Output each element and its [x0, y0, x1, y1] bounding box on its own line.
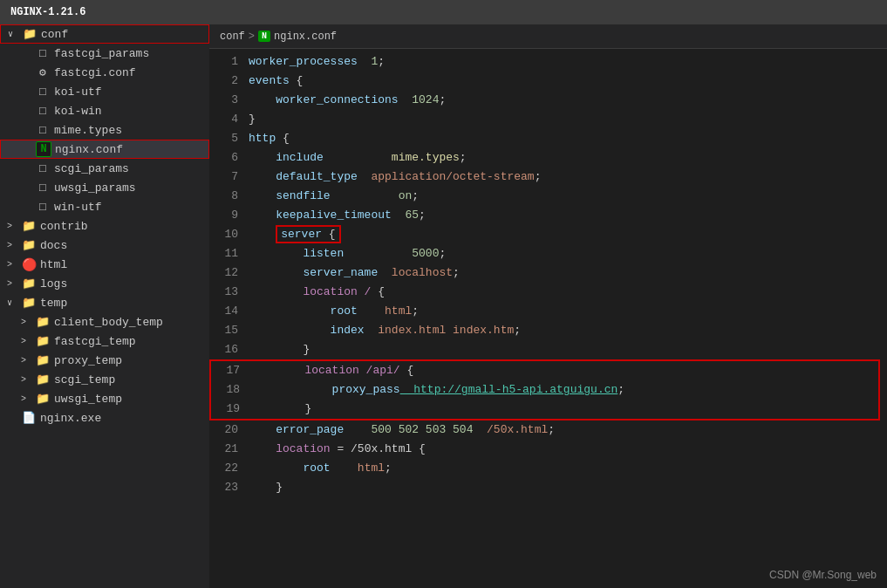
- tree-label: fastcgi_temp: [54, 335, 136, 348]
- tree-icon: □: [35, 122, 51, 138]
- tree-label: contrib: [40, 220, 88, 233]
- sidebar-item-uwsgi-temp[interactable]: >📁uwsgi_temp: [0, 389, 209, 408]
- line-content: sendfile on;: [249, 187, 887, 206]
- sidebar-item-uwsgi-params[interactable]: □uwsgi_params: [0, 178, 209, 197]
- line-number: 11: [209, 244, 249, 263]
- sidebar-item-client-body-temp[interactable]: >📁client_body_temp: [0, 312, 209, 332]
- code-line-20: 20 error_page 500 502 503 504 /50x.html;: [209, 420, 887, 440]
- line-number: 8: [209, 187, 249, 206]
- code-line-18: 18 proxy_pass http://gmall-h5-api.atguig…: [211, 380, 878, 400]
- tree-icon: 📁: [21, 276, 37, 291]
- line-content: http {: [249, 129, 887, 148]
- line-number: 14: [209, 302, 249, 321]
- sidebar-item-mime-types[interactable]: □mime.types: [0, 120, 209, 140]
- line-number: 22: [209, 459, 249, 478]
- tree-arrow: >: [21, 375, 35, 385]
- line-content: location /api/ {: [250, 361, 878, 380]
- line-number: 18: [211, 380, 250, 400]
- sidebar-item-html[interactable]: >🔴html: [0, 255, 209, 274]
- code-line-16: 16 }: [209, 340, 887, 359]
- line-number: 7: [209, 168, 249, 187]
- line-content: error_page 500 502 503 504 /50x.html;: [249, 420, 887, 440]
- tree-label: uwsgi_temp: [54, 393, 122, 406]
- code-line-6: 6 include mime.types;: [209, 148, 887, 168]
- tree-arrow: >: [21, 318, 35, 327]
- code-line-13: 13 location / {: [209, 283, 887, 302]
- sidebar-item-scgi-temp[interactable]: >📁scgi_temp: [0, 370, 209, 389]
- sidebar-item-proxy-temp[interactable]: >📁proxy_temp: [0, 351, 209, 370]
- tree-label: uwsgi_params: [54, 181, 136, 195]
- tree-icon: 📁: [35, 352, 51, 368]
- line-number: 16: [209, 340, 249, 359]
- line-number: 21: [209, 440, 249, 459]
- tree-icon: □: [35, 84, 51, 99]
- tree-icon: 📁: [35, 391, 51, 407]
- sidebar-item-fastcgi-conf[interactable]: ⚙fastcgi.conf: [0, 63, 209, 82]
- sidebar-item-docs[interactable]: >📁docs: [0, 236, 209, 255]
- tree-icon: 📁: [35, 372, 51, 387]
- sidebar-item-koi-utf[interactable]: □koi-utf: [0, 82, 209, 101]
- tree-arrow: >: [7, 260, 21, 270]
- tree-label: html: [40, 258, 67, 271]
- sidebar-item-nginx-conf[interactable]: Nnginx.conf: [0, 140, 209, 159]
- tree-icon: 📁: [35, 333, 51, 349]
- line-content: default_type application/octet-stream;: [249, 168, 887, 187]
- code-line-2: 2events {: [209, 72, 887, 91]
- title-bar: NGINX-1.21.6: [0, 0, 887, 24]
- line-number: 3: [209, 91, 249, 110]
- main-layout: ∨📁conf□fastcgi_params⚙fastcgi.conf□koi-u…: [0, 24, 887, 588]
- tree-arrow: >: [21, 337, 35, 346]
- code-line-17: 17 location /api/ {: [211, 361, 878, 380]
- line-content: }: [249, 340, 887, 359]
- tree-icon: 📄: [21, 410, 37, 426]
- code-line-21: 21 location = /50x.html {: [209, 440, 887, 459]
- line-number: 4: [209, 110, 249, 129]
- tree-arrow: >: [21, 356, 35, 366]
- tree-icon: N: [36, 141, 51, 157]
- code-line-10: 10 server {: [209, 225, 887, 244]
- sidebar-item-fastcgi-params[interactable]: □fastcgi_params: [0, 44, 209, 63]
- line-content: index index.html index.htm;: [249, 321, 887, 340]
- tree-icon: □: [35, 45, 51, 61]
- tree-arrow: >: [7, 222, 21, 231]
- code-line-22: 22 root html;: [209, 459, 887, 478]
- line-number: 20: [209, 420, 249, 440]
- code-line-14: 14 root html;: [209, 302, 887, 321]
- line-number: 5: [209, 129, 249, 148]
- line-content: events {: [249, 72, 887, 91]
- tree-label: nginx.exe: [40, 412, 101, 425]
- tree-icon: 📁: [21, 237, 37, 253]
- sidebar-item-koi-win[interactable]: □koi-win: [0, 101, 209, 120]
- tree-label: logs: [40, 277, 67, 291]
- code-line-3: 3 worker_connections 1024;: [209, 91, 887, 110]
- tree-icon: ⚙: [35, 65, 51, 80]
- code-line-11: 11 listen 5000;: [209, 244, 887, 263]
- sidebar-item-win-utf[interactable]: □win-utf: [0, 197, 209, 216]
- code-line-5: 5http {: [209, 129, 887, 148]
- nginx-badge: N: [258, 31, 270, 42]
- sidebar-item-conf-folder[interactable]: ∨📁conf: [0, 24, 209, 44]
- sidebar-item-temp[interactable]: ∨📁temp: [0, 293, 209, 312]
- line-content: location = /50x.html {: [249, 440, 887, 459]
- tree-icon: 📁: [35, 314, 51, 330]
- breadcrumb-sep: >: [249, 31, 255, 43]
- line-content: }: [249, 110, 887, 129]
- app-title: NGINX-1.21.6: [10, 6, 85, 18]
- tree-arrow: ∨: [7, 297, 21, 308]
- tree-label: proxy_temp: [54, 354, 122, 367]
- tree-label: client_body_temp: [54, 316, 163, 329]
- sidebar-item-logs[interactable]: >📁logs: [0, 274, 209, 293]
- tree-icon: 📁: [21, 295, 37, 311]
- line-content: root html;: [249, 459, 887, 478]
- code-line-7: 7 default_type application/octet-stream;: [209, 168, 887, 187]
- watermark: CSDN @Mr.Song_web: [769, 569, 877, 581]
- code-line-15: 15 index index.html index.htm;: [209, 321, 887, 340]
- tree-label: nginx.conf: [55, 143, 123, 156]
- sidebar-item-fastcgi-temp[interactable]: >📁fastcgi_temp: [0, 332, 209, 351]
- line-number: 12: [209, 263, 249, 283]
- sidebar-item-scgi-params[interactable]: □scgi_params: [0, 159, 209, 178]
- sidebar-item-nginx-exe[interactable]: 📄nginx.exe: [0, 408, 209, 427]
- line-number: 17: [211, 361, 250, 380]
- sidebar-item-contrib[interactable]: >📁contrib: [0, 216, 209, 236]
- tree-label: mime.types: [54, 124, 122, 137]
